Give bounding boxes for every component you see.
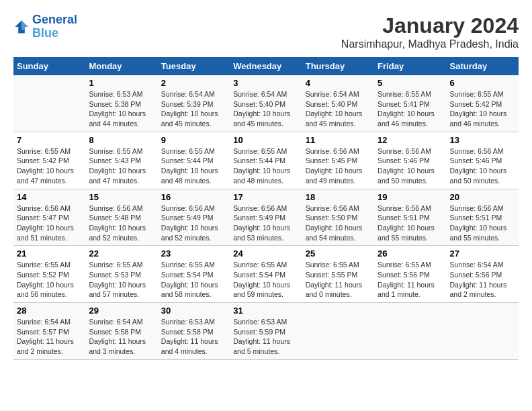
day-number: 29 — [89, 306, 154, 316]
calendar-cell: 21Sunrise: 6:55 AMSunset: 5:52 PMDayligh… — [13, 246, 85, 303]
day-number: 5 — [378, 78, 443, 88]
day-info: Sunrise: 6:55 AMSunset: 5:55 PMDaylight:… — [306, 260, 371, 300]
day-info: Sunrise: 6:56 AMSunset: 5:50 PMDaylight:… — [306, 203, 371, 243]
day-info: Sunrise: 6:55 AMSunset: 5:43 PMDaylight:… — [89, 146, 154, 186]
calendar-week-4: 21Sunrise: 6:55 AMSunset: 5:52 PMDayligh… — [13, 246, 519, 303]
day-number: 17 — [233, 192, 298, 202]
calendar-cell — [374, 303, 446, 360]
title-block: January 2024 Narsimhapur, Madhya Pradesh… — [341, 13, 519, 50]
day-number: 9 — [161, 135, 226, 145]
page-subtitle: Narsimhapur, Madhya Pradesh, India — [341, 38, 519, 50]
calendar-cell: 7Sunrise: 6:55 AMSunset: 5:42 PMDaylight… — [13, 132, 85, 189]
day-number: 26 — [378, 248, 443, 259]
day-info: Sunrise: 6:53 AMSunset: 5:58 PMDaylight:… — [161, 317, 226, 357]
day-number: 19 — [378, 192, 443, 202]
day-number: 2 — [161, 78, 226, 88]
calendar-cell — [447, 303, 519, 360]
calendar-cell: 8Sunrise: 6:55 AMSunset: 5:43 PMDaylight… — [85, 132, 157, 189]
day-number: 30 — [161, 306, 226, 316]
day-number: 27 — [450, 248, 515, 259]
logo-text: General Blue — [32, 13, 77, 40]
day-info: Sunrise: 6:55 AMSunset: 5:42 PMDaylight:… — [17, 146, 82, 186]
day-header-monday: Monday — [85, 57, 157, 75]
calendar-cell: 30Sunrise: 6:53 AMSunset: 5:58 PMDayligh… — [158, 303, 230, 360]
day-header-friday: Friday — [374, 57, 446, 75]
day-info: Sunrise: 6:56 AMSunset: 5:49 PMDaylight:… — [233, 203, 298, 243]
day-info: Sunrise: 6:56 AMSunset: 5:51 PMDaylight:… — [378, 203, 443, 243]
calendar-week-5: 28Sunrise: 6:54 AMSunset: 5:57 PMDayligh… — [13, 303, 519, 360]
day-number: 13 — [450, 135, 515, 145]
day-info: Sunrise: 6:54 AMSunset: 5:57 PMDaylight:… — [17, 317, 82, 357]
day-info: Sunrise: 6:54 AMSunset: 5:40 PMDaylight:… — [233, 89, 298, 129]
calendar-cell: 17Sunrise: 6:56 AMSunset: 5:49 PMDayligh… — [230, 189, 302, 246]
day-number: 14 — [17, 192, 82, 202]
day-number: 7 — [17, 135, 82, 145]
svg-marker-1 — [21, 20, 28, 30]
day-header-tuesday: Tuesday — [158, 57, 230, 75]
calendar-cell: 11Sunrise: 6:56 AMSunset: 5:45 PMDayligh… — [302, 132, 374, 189]
day-number: 4 — [306, 78, 371, 88]
day-number: 6 — [450, 78, 515, 88]
day-number: 22 — [89, 248, 154, 259]
calendar-cell: 27Sunrise: 6:54 AMSunset: 5:56 PMDayligh… — [447, 246, 519, 303]
day-info: Sunrise: 6:56 AMSunset: 5:45 PMDaylight:… — [306, 146, 371, 186]
day-number: 16 — [161, 192, 226, 202]
day-info: Sunrise: 6:56 AMSunset: 5:51 PMDaylight:… — [450, 203, 515, 243]
day-info: Sunrise: 6:55 AMSunset: 5:54 PMDaylight:… — [233, 260, 298, 300]
calendar-cell: 12Sunrise: 6:56 AMSunset: 5:46 PMDayligh… — [374, 132, 446, 189]
calendar-table: SundayMondayTuesdayWednesdayThursdayFrid… — [13, 57, 519, 360]
day-number: 8 — [89, 135, 154, 145]
calendar-cell: 23Sunrise: 6:55 AMSunset: 5:54 PMDayligh… — [158, 246, 230, 303]
calendar-cell: 6Sunrise: 6:55 AMSunset: 5:42 PMDaylight… — [447, 75, 519, 132]
day-number: 3 — [233, 78, 298, 88]
calendar-week-2: 7Sunrise: 6:55 AMSunset: 5:42 PMDaylight… — [13, 132, 519, 189]
day-info: Sunrise: 6:55 AMSunset: 5:54 PMDaylight:… — [161, 260, 226, 300]
calendar-cell: 25Sunrise: 6:55 AMSunset: 5:55 PMDayligh… — [302, 246, 374, 303]
day-info: Sunrise: 6:54 AMSunset: 5:40 PMDaylight:… — [306, 89, 371, 129]
calendar-cell: 10Sunrise: 6:55 AMSunset: 5:44 PMDayligh… — [230, 132, 302, 189]
day-number: 31 — [233, 306, 298, 316]
calendar-cell: 16Sunrise: 6:56 AMSunset: 5:49 PMDayligh… — [158, 189, 230, 246]
day-header-wednesday: Wednesday — [230, 57, 302, 75]
calendar-cell: 18Sunrise: 6:56 AMSunset: 5:50 PMDayligh… — [302, 189, 374, 246]
calendar-cell: 15Sunrise: 6:56 AMSunset: 5:48 PMDayligh… — [85, 189, 157, 246]
day-info: Sunrise: 6:55 AMSunset: 5:42 PMDaylight:… — [450, 89, 515, 129]
calendar-cell: 20Sunrise: 6:56 AMSunset: 5:51 PMDayligh… — [447, 189, 519, 246]
calendar-cell: 1Sunrise: 6:53 AMSunset: 5:38 PMDaylight… — [85, 75, 157, 132]
day-info: Sunrise: 6:55 AMSunset: 5:44 PMDaylight:… — [161, 146, 226, 186]
day-number: 18 — [306, 192, 371, 202]
day-number: 10 — [233, 135, 298, 145]
day-number: 12 — [378, 135, 443, 145]
day-header-thursday: Thursday — [302, 57, 374, 75]
day-info: Sunrise: 6:55 AMSunset: 5:44 PMDaylight:… — [233, 146, 298, 186]
calendar-cell: 24Sunrise: 6:55 AMSunset: 5:54 PMDayligh… — [230, 246, 302, 303]
day-info: Sunrise: 6:56 AMSunset: 5:46 PMDaylight:… — [450, 146, 515, 186]
day-info: Sunrise: 6:53 AMSunset: 5:38 PMDaylight:… — [89, 89, 154, 129]
day-number: 20 — [450, 192, 515, 202]
calendar-cell: 22Sunrise: 6:55 AMSunset: 5:53 PMDayligh… — [85, 246, 157, 303]
day-info: Sunrise: 6:53 AMSunset: 5:59 PMDaylight:… — [233, 317, 298, 357]
day-info: Sunrise: 6:55 AMSunset: 5:41 PMDaylight:… — [378, 89, 443, 129]
day-number: 25 — [306, 248, 371, 259]
calendar-cell: 14Sunrise: 6:56 AMSunset: 5:47 PMDayligh… — [13, 189, 85, 246]
day-header-saturday: Saturday — [447, 57, 519, 75]
calendar-week-1: 1Sunrise: 6:53 AMSunset: 5:38 PMDaylight… — [13, 75, 519, 132]
day-number: 1 — [89, 78, 154, 88]
calendar-cell: 4Sunrise: 6:54 AMSunset: 5:40 PMDaylight… — [302, 75, 374, 132]
day-info: Sunrise: 6:54 AMSunset: 5:56 PMDaylight:… — [450, 260, 515, 300]
calendar-cell: 28Sunrise: 6:54 AMSunset: 5:57 PMDayligh… — [13, 303, 85, 360]
calendar-cell: 19Sunrise: 6:56 AMSunset: 5:51 PMDayligh… — [374, 189, 446, 246]
day-info: Sunrise: 6:54 AMSunset: 5:39 PMDaylight:… — [161, 89, 226, 129]
logo: General Blue — [13, 13, 77, 40]
day-number: 28 — [17, 306, 82, 316]
day-info: Sunrise: 6:55 AMSunset: 5:56 PMDaylight:… — [378, 260, 443, 300]
calendar-cell: 3Sunrise: 6:54 AMSunset: 5:40 PMDaylight… — [230, 75, 302, 132]
logo-icon — [13, 19, 30, 35]
day-info: Sunrise: 6:55 AMSunset: 5:52 PMDaylight:… — [17, 260, 82, 300]
calendar-cell: 5Sunrise: 6:55 AMSunset: 5:41 PMDaylight… — [374, 75, 446, 132]
day-number: 11 — [306, 135, 371, 145]
calendar-week-3: 14Sunrise: 6:56 AMSunset: 5:47 PMDayligh… — [13, 189, 519, 246]
day-info: Sunrise: 6:55 AMSunset: 5:53 PMDaylight:… — [89, 260, 154, 300]
day-info: Sunrise: 6:56 AMSunset: 5:47 PMDaylight:… — [17, 203, 82, 243]
calendar-cell: 29Sunrise: 6:54 AMSunset: 5:58 PMDayligh… — [85, 303, 157, 360]
